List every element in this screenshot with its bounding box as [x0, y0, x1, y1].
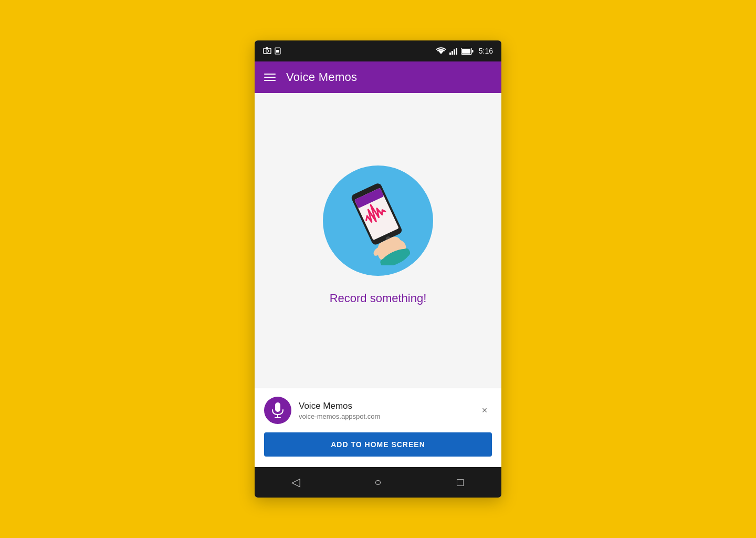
wifi-icon — [436, 47, 446, 55]
app-bar: Voice Memos — [255, 61, 501, 93]
add-to-homescreen-button[interactable]: ADD TO HOME SCREEN — [264, 432, 492, 457]
svg-point-1 — [266, 50, 269, 53]
svg-rect-0 — [264, 48, 271, 54]
hamburger-button[interactable] — [264, 74, 276, 81]
back-button[interactable]: ◁ — [280, 472, 311, 493]
screenshot-icon — [263, 47, 271, 54]
status-time: 5:16 — [479, 47, 493, 55]
svg-rect-11 — [462, 49, 470, 54]
svg-rect-6 — [449, 53, 451, 55]
add-to-homescreen-banner: Voice Memos voice-memos.appspot.com × AD… — [255, 388, 501, 467]
signal-icon — [449, 47, 458, 55]
banner-header: Voice Memos voice-memos.appspot.com × — [264, 397, 492, 424]
phone-frame: 5:16 Voice Memos — [255, 40, 501, 498]
svg-marker-5 — [438, 50, 444, 54]
banner-app-name: Voice Memos — [299, 401, 470, 411]
banner-app-info: Voice Memos voice-memos.appspot.com — [299, 401, 470, 420]
svg-rect-9 — [456, 48, 457, 55]
nav-bar: ◁ ○ □ — [255, 467, 501, 498]
svg-rect-8 — [454, 49, 455, 55]
status-bar: 5:16 — [255, 40, 501, 61]
home-button[interactable]: ○ — [362, 472, 394, 493]
sim-icon — [275, 47, 281, 55]
close-banner-button[interactable]: × — [477, 403, 492, 418]
svg-rect-4 — [276, 50, 279, 53]
notification-icons — [263, 47, 281, 55]
illustration-circle — [323, 165, 433, 276]
microphone-icon — [270, 402, 285, 419]
battery-icon — [461, 48, 474, 55]
banner-app-icon — [264, 397, 291, 424]
status-icons: 5:16 — [436, 47, 493, 55]
recent-apps-button[interactable]: □ — [445, 472, 476, 493]
app-title: Voice Memos — [286, 70, 357, 84]
svg-rect-2 — [266, 47, 268, 49]
banner-app-url: voice-memos.appspot.com — [299, 412, 470, 420]
svg-rect-12 — [472, 50, 474, 53]
svg-rect-7 — [452, 51, 453, 55]
phone-illustration — [336, 176, 420, 265]
main-content: Record something! — [255, 93, 501, 388]
record-prompt: Record something! — [330, 292, 427, 305]
svg-rect-22 — [275, 402, 280, 412]
